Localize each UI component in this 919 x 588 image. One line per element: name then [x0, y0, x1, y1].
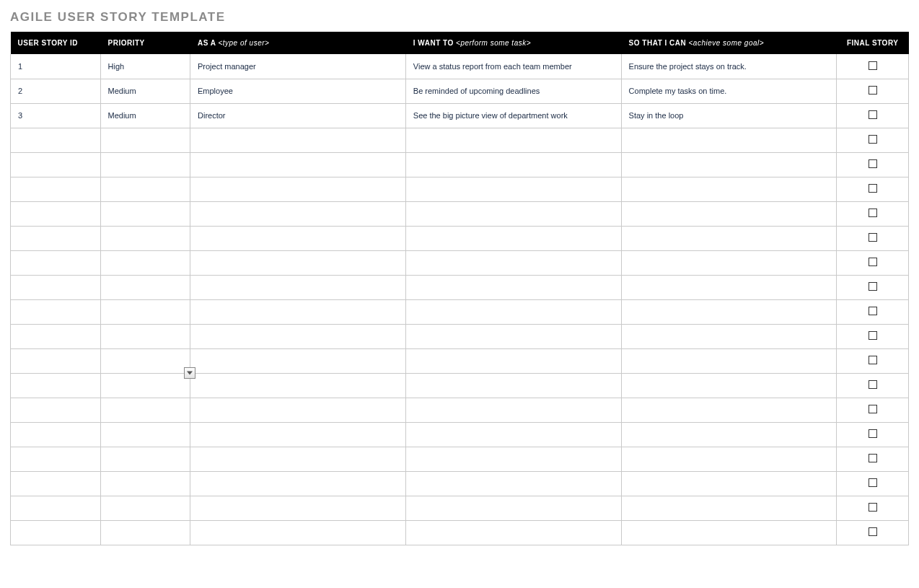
- cell-priority[interactable]: [100, 520, 190, 545]
- cell-id[interactable]: [11, 177, 101, 201]
- final-story-checkbox[interactable]: [869, 135, 877, 144]
- cell-as-a[interactable]: [190, 177, 406, 201]
- cell-id[interactable]: [11, 373, 101, 398]
- cell-want[interactable]: [405, 250, 621, 275]
- final-story-checkbox[interactable]: [869, 258, 877, 266]
- cell-as-a[interactable]: Director: [190, 103, 406, 128]
- cell-want[interactable]: [405, 128, 621, 152]
- cell-id[interactable]: [11, 496, 101, 520]
- cell-id[interactable]: [11, 471, 101, 496]
- cell-want[interactable]: [405, 348, 621, 373]
- cell-want[interactable]: [405, 471, 621, 496]
- final-story-checkbox[interactable]: [869, 159, 877, 168]
- cell-priority[interactable]: Medium: [100, 103, 190, 128]
- cell-goal[interactable]: [621, 275, 837, 299]
- cell-id[interactable]: [11, 324, 101, 348]
- cell-id[interactable]: [11, 348, 101, 373]
- cell-goal[interactable]: [621, 152, 837, 177]
- cell-goal[interactable]: [621, 324, 837, 348]
- final-story-checkbox[interactable]: [869, 454, 877, 462]
- final-story-checkbox[interactable]: [869, 233, 877, 242]
- cell-goal[interactable]: [621, 520, 837, 545]
- cell-id[interactable]: [11, 299, 101, 324]
- cell-priority[interactable]: [100, 398, 190, 422]
- cell-priority[interactable]: [100, 226, 190, 250]
- cell-as-a[interactable]: [190, 250, 406, 275]
- cell-want[interactable]: [405, 152, 621, 177]
- final-story-checkbox[interactable]: [869, 503, 877, 512]
- cell-goal[interactable]: Ensure the project stays on track.: [621, 54, 837, 79]
- cell-want[interactable]: [405, 422, 621, 447]
- cell-goal[interactable]: Complete my tasks on time.: [621, 79, 837, 103]
- final-story-checkbox[interactable]: [869, 61, 877, 70]
- cell-as-a[interactable]: [190, 348, 406, 373]
- cell-as-a[interactable]: [190, 520, 406, 545]
- cell-as-a[interactable]: [190, 471, 406, 496]
- cell-priority[interactable]: [100, 373, 190, 398]
- cell-want[interactable]: [405, 299, 621, 324]
- dropdown-button[interactable]: [184, 367, 195, 379]
- cell-as-a[interactable]: [190, 226, 406, 250]
- final-story-checkbox[interactable]: [869, 209, 877, 217]
- cell-goal[interactable]: [621, 348, 837, 373]
- cell-goal[interactable]: [621, 471, 837, 496]
- cell-goal[interactable]: [621, 422, 837, 447]
- cell-as-a[interactable]: [190, 373, 406, 398]
- cell-as-a[interactable]: [190, 496, 406, 520]
- cell-want[interactable]: [405, 520, 621, 545]
- final-story-checkbox[interactable]: [869, 380, 877, 389]
- final-story-checkbox[interactable]: [869, 527, 877, 536]
- cell-priority[interactable]: High: [100, 54, 190, 79]
- cell-as-a[interactable]: [190, 299, 406, 324]
- cell-id[interactable]: [11, 447, 101, 471]
- cell-id[interactable]: 3: [11, 103, 101, 128]
- cell-id[interactable]: [11, 275, 101, 299]
- cell-goal[interactable]: [621, 201, 837, 226]
- cell-id[interactable]: [11, 226, 101, 250]
- cell-want[interactable]: [405, 226, 621, 250]
- cell-priority[interactable]: [100, 201, 190, 226]
- cell-priority[interactable]: [100, 471, 190, 496]
- cell-as-a[interactable]: [190, 422, 406, 447]
- cell-as-a[interactable]: Project manager: [190, 54, 406, 79]
- cell-goal[interactable]: [621, 128, 837, 152]
- cell-priority[interactable]: [100, 299, 190, 324]
- cell-priority[interactable]: [100, 128, 190, 152]
- cell-goal[interactable]: [621, 447, 837, 471]
- cell-as-a[interactable]: [190, 201, 406, 226]
- cell-want[interactable]: [405, 447, 621, 471]
- final-story-checkbox[interactable]: [869, 331, 877, 340]
- cell-want[interactable]: [405, 177, 621, 201]
- cell-priority[interactable]: [100, 275, 190, 299]
- final-story-checkbox[interactable]: [869, 86, 877, 95]
- final-story-checkbox[interactable]: [869, 110, 877, 119]
- cell-want[interactable]: [405, 201, 621, 226]
- cell-want[interactable]: [405, 496, 621, 520]
- final-story-checkbox[interactable]: [869, 405, 877, 413]
- cell-id[interactable]: [11, 422, 101, 447]
- cell-as-a[interactable]: [190, 275, 406, 299]
- cell-goal[interactable]: Stay in the loop: [621, 103, 837, 128]
- cell-want[interactable]: [405, 373, 621, 398]
- cell-id[interactable]: 1: [11, 54, 101, 79]
- cell-as-a[interactable]: [190, 447, 406, 471]
- final-story-checkbox[interactable]: [869, 478, 877, 487]
- cell-priority[interactable]: [100, 250, 190, 275]
- cell-id[interactable]: [11, 152, 101, 177]
- cell-as-a[interactable]: [190, 324, 406, 348]
- cell-priority[interactable]: Medium: [100, 79, 190, 103]
- cell-priority[interactable]: [100, 422, 190, 447]
- cell-id[interactable]: [11, 250, 101, 275]
- cell-priority[interactable]: [100, 496, 190, 520]
- cell-as-a[interactable]: Employee: [190, 79, 406, 103]
- cell-want[interactable]: [405, 398, 621, 422]
- cell-priority[interactable]: [100, 152, 190, 177]
- cell-as-a[interactable]: [190, 398, 406, 422]
- cell-want[interactable]: Be reminded of upcoming deadlines: [405, 79, 621, 103]
- cell-priority[interactable]: [100, 447, 190, 471]
- cell-goal[interactable]: [621, 398, 837, 422]
- cell-id[interactable]: [11, 398, 101, 422]
- cell-id[interactable]: [11, 201, 101, 226]
- cell-goal[interactable]: [621, 226, 837, 250]
- final-story-checkbox[interactable]: [869, 282, 877, 291]
